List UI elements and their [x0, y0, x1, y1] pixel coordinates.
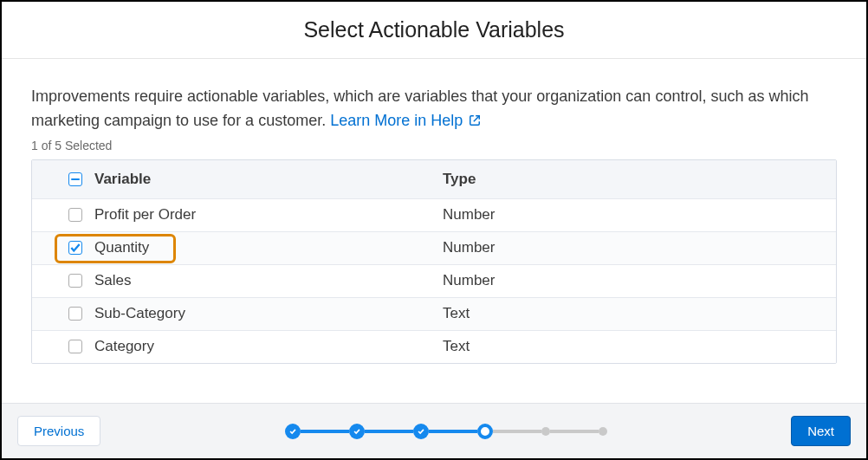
step-done[interactable]	[285, 424, 301, 439]
step-connector	[301, 430, 349, 433]
variables-table: Variable Type Profit per OrderNumberQuan…	[31, 159, 837, 364]
step-connector	[365, 430, 413, 433]
row-type-cell: Number	[443, 272, 826, 289]
table-row[interactable]: QuantityNumber	[32, 231, 836, 264]
row-variable-cell: Profit per Order	[70, 206, 443, 224]
row-checkbox[interactable]	[68, 241, 82, 255]
row-checkbox[interactable]	[68, 340, 82, 353]
table-row[interactable]: CategoryText	[32, 330, 836, 363]
minus-icon	[71, 178, 80, 181]
next-button[interactable]: Next	[791, 416, 851, 446]
dialog-header: Select Actionable Variables	[2, 2, 866, 58]
check-icon	[353, 427, 361, 436]
column-header-variable[interactable]: Variable	[70, 171, 443, 188]
previous-button[interactable]: Previous	[17, 416, 100, 446]
learn-more-link[interactable]: Learn More in Help	[330, 112, 481, 129]
step-connector	[429, 430, 477, 433]
step-done[interactable]	[349, 424, 365, 439]
row-type-cell: Number	[443, 206, 826, 224]
step-future	[599, 427, 607, 436]
row-variable-cell: Sub-Category	[70, 305, 443, 322]
row-checkbox[interactable]	[68, 274, 82, 288]
row-checkbox[interactable]	[68, 307, 82, 321]
step-current[interactable]	[477, 424, 493, 439]
wizard-dialog: Select Actionable Variables Improvements…	[0, 0, 868, 460]
description-text: Improvements require actionable variable…	[31, 85, 837, 133]
row-checkbox[interactable]	[68, 208, 82, 222]
table-row[interactable]: Sub-CategoryText	[32, 297, 836, 330]
row-type-cell: Number	[443, 239, 826, 256]
step-done[interactable]	[413, 424, 429, 439]
column-header-type[interactable]: Type	[443, 171, 826, 188]
table-row[interactable]: SalesNumber	[32, 264, 836, 297]
step-connector	[493, 430, 541, 433]
select-all-checkbox[interactable]	[68, 172, 82, 186]
table-header-row: Variable Type	[32, 160, 836, 198]
selection-count: 1 of 5 Selected	[31, 139, 837, 152]
dialog-body: Improvements require actionable variable…	[2, 59, 866, 403]
check-icon	[417, 427, 425, 436]
dialog-footer: Previous Next	[2, 403, 866, 458]
progress-stepper	[100, 424, 791, 439]
step-future	[541, 427, 550, 436]
learn-more-label: Learn More in Help	[330, 112, 463, 129]
row-variable-cell: Sales	[70, 272, 443, 289]
external-link-icon	[469, 114, 481, 126]
check-icon	[288, 427, 297, 436]
row-type-cell: Text	[443, 338, 826, 355]
row-variable-cell: Category	[70, 338, 443, 355]
table-row[interactable]: Profit per OrderNumber	[32, 198, 836, 231]
row-variable-cell: Quantity	[70, 239, 443, 256]
step-connector	[550, 430, 599, 433]
check-icon	[69, 242, 81, 254]
row-type-cell: Text	[443, 305, 826, 322]
page-title: Select Actionable Variables	[2, 17, 866, 42]
